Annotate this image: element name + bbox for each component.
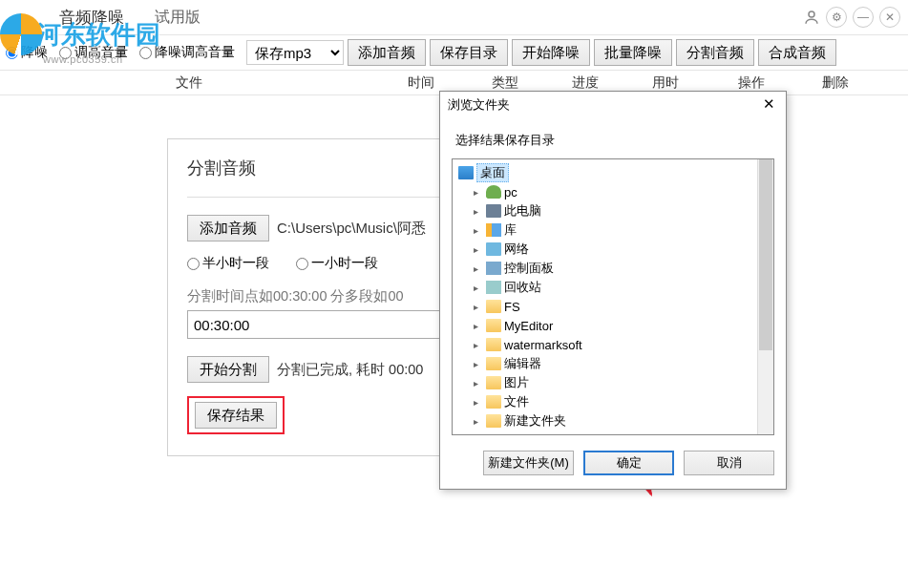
expander-icon[interactable]: ▸ xyxy=(474,321,483,331)
expander-icon[interactable]: ▸ xyxy=(474,302,483,312)
radio-denoise-volume[interactable]: 降噪调高音量 xyxy=(139,44,235,61)
expander-icon[interactable]: ▸ xyxy=(474,378,483,388)
col-time: 时间 xyxy=(377,74,465,92)
tree-item-label: FS xyxy=(504,300,520,314)
tree-item[interactable]: ▸FS xyxy=(470,297,771,316)
expander-icon[interactable]: ▸ xyxy=(474,283,483,293)
folder-icon xyxy=(486,300,501,313)
expander-icon[interactable]: ▸ xyxy=(474,244,483,255)
tree-item[interactable]: ▸编辑器 xyxy=(470,354,771,373)
tree-item[interactable]: ▸库 xyxy=(470,220,771,240)
tree-item-label: MyEditor xyxy=(504,319,553,333)
tree-item[interactable]: ▸图片 xyxy=(470,373,771,392)
svg-point-0 xyxy=(809,11,814,17)
tree-item-label: 回收站 xyxy=(504,279,541,296)
recycle-icon xyxy=(486,281,501,294)
tree-item[interactable]: ▸文件 xyxy=(470,392,771,411)
tree-item[interactable]: ▸此电脑 xyxy=(470,201,771,220)
folder-icon xyxy=(486,414,501,428)
col-progress: 进度 xyxy=(545,74,625,92)
merge-audio-button[interactable]: 合成音频 xyxy=(758,39,836,66)
expander-icon[interactable]: ▸ xyxy=(474,187,483,198)
expander-icon[interactable]: ▸ xyxy=(474,263,483,274)
save-format-select[interactable]: 保存mp3 xyxy=(246,40,344,65)
tree-item-label: 图片 xyxy=(504,374,529,391)
folder-tree[interactable]: 桌面 ▸pc▸此电脑▸库▸网络▸控制面板▸回收站▸FS▸MyEditor▸wat… xyxy=(452,158,774,435)
expander-icon[interactable]: ▸ xyxy=(474,416,483,427)
window-titlebar: 音频降噪 试用版 ⚙ — ✕ xyxy=(0,0,908,34)
col-delete: 删除 xyxy=(797,74,874,92)
folder-icon xyxy=(486,376,501,389)
tree-item-label: 文件 xyxy=(504,393,529,410)
tree-item[interactable]: ▸pc xyxy=(470,182,771,201)
close-icon[interactable]: ✕ xyxy=(879,7,900,28)
new-folder-button[interactable]: 新建文件夹(M) xyxy=(483,451,574,475)
col-action: 操作 xyxy=(706,74,797,92)
app-title: 音频降噪 xyxy=(59,7,124,29)
tree-desktop[interactable]: 桌面 xyxy=(454,163,771,182)
expander-icon[interactable]: ▸ xyxy=(474,225,483,236)
minimize-icon[interactable]: — xyxy=(853,7,874,28)
tree-item-label: 网络 xyxy=(504,241,529,258)
batch-denoise-button[interactable]: 批量降噪 xyxy=(594,39,672,66)
radio-half-hour[interactable]: 半小时一段 xyxy=(187,255,269,272)
radio-volume-up[interactable]: 调高音量 xyxy=(59,44,128,61)
file-path: C:\Users\pc\Music\阿悉 xyxy=(277,220,426,238)
dialog-instruction: 选择结果保存目录 xyxy=(440,118,786,158)
tree-item[interactable]: ▸回收站 xyxy=(470,278,771,297)
add-audio-button[interactable]: 添加音频 xyxy=(348,39,426,66)
user-icon[interactable] xyxy=(803,9,820,26)
tree-item[interactable]: ▸网络 xyxy=(470,240,771,259)
folder-icon xyxy=(486,395,501,409)
tree-item-label: pc xyxy=(504,185,517,200)
tree-item[interactable]: ▸MyEditor xyxy=(470,316,771,335)
main-toolbar: 降噪 调高音量 降噪调高音量 保存mp3 添加音频 保存目录 开始降噪 批量降噪… xyxy=(0,34,908,71)
highlight-annotation: 保存结果 xyxy=(187,396,285,434)
folder-icon xyxy=(486,338,501,351)
start-split-button[interactable]: 开始分割 xyxy=(187,356,269,383)
folder-icon xyxy=(486,319,501,332)
dialog-close-icon[interactable]: ✕ xyxy=(759,95,778,115)
tree-item[interactable]: ▸watermarksoft xyxy=(470,335,771,354)
dialog-title: 浏览文件夹 xyxy=(448,96,510,114)
split-audio-button[interactable]: 分割音频 xyxy=(676,39,754,66)
start-denoise-button[interactable]: 开始降噪 xyxy=(512,39,590,66)
panel-add-audio-button[interactable]: 添加音频 xyxy=(187,215,269,242)
expander-icon[interactable]: ▸ xyxy=(474,359,483,369)
user-icon xyxy=(486,185,501,199)
tree-item[interactable]: ▸新建文件夹 xyxy=(470,411,771,430)
cancel-button[interactable]: 取消 xyxy=(684,451,774,475)
tree-item-label: 库 xyxy=(504,221,517,239)
save-dir-button[interactable]: 保存目录 xyxy=(430,39,508,66)
settings-icon[interactable]: ⚙ xyxy=(826,7,847,28)
expander-icon[interactable]: ▸ xyxy=(474,397,483,408)
col-file: 文件 xyxy=(0,74,377,92)
tree-scrollbar[interactable] xyxy=(757,159,773,434)
desktop-icon xyxy=(458,166,474,179)
col-type: 类型 xyxy=(465,74,545,92)
ok-button[interactable]: 确定 xyxy=(583,451,674,475)
pc-icon xyxy=(486,204,501,218)
trial-label: 试用版 xyxy=(155,8,201,28)
tree-item-label: watermarksoft xyxy=(504,338,582,352)
browse-folder-dialog: 浏览文件夹 ✕ 选择结果保存目录 桌面 ▸pc▸此电脑▸库▸网络▸控制面板▸回收… xyxy=(439,91,787,490)
radio-one-hour[interactable]: 一小时一段 xyxy=(296,255,378,272)
expander-icon[interactable]: ▸ xyxy=(474,206,483,217)
tree-item-label: 控制面板 xyxy=(504,260,554,277)
tree-item-label: 编辑器 xyxy=(504,355,541,372)
save-result-button[interactable]: 保存结果 xyxy=(195,402,277,429)
col-elapsed: 用时 xyxy=(625,74,706,92)
net-icon xyxy=(486,242,501,256)
tree-item[interactable]: ▸控制面板 xyxy=(470,259,771,278)
radio-denoise[interactable]: 降噪 xyxy=(6,44,48,61)
lib-icon xyxy=(486,223,501,237)
tree-item-label: 此电脑 xyxy=(504,202,541,220)
split-status: 分割已完成, 耗时 00:00 xyxy=(277,361,423,379)
cpl-icon xyxy=(486,262,501,275)
folder-icon xyxy=(486,357,501,370)
expander-icon[interactable]: ▸ xyxy=(474,340,483,350)
tree-item-label: 新建文件夹 xyxy=(504,412,566,430)
